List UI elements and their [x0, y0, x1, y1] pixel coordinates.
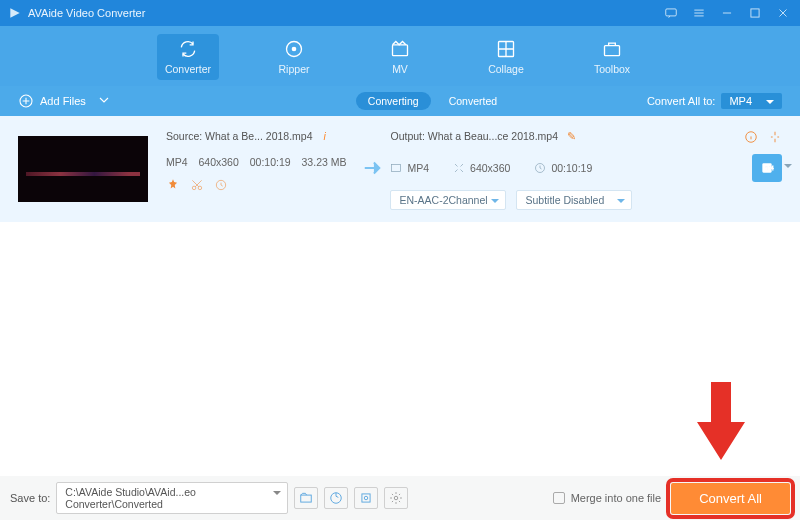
svg-rect-1	[751, 9, 759, 17]
source-column: Source: What a Be... 2018.mp4 i MP4 640x…	[166, 130, 354, 210]
nav-ripper-label: Ripper	[279, 63, 310, 75]
chevron-down-icon	[784, 164, 792, 172]
tab-converting[interactable]: Converting	[356, 92, 431, 110]
svg-rect-6	[605, 46, 620, 56]
status-tabs: Converting Converted	[356, 92, 501, 110]
subbar: Add Files Converting Converted Convert A…	[0, 86, 800, 116]
svg-point-20	[395, 496, 399, 500]
resolution-icon	[453, 162, 465, 174]
collage-icon	[496, 39, 516, 59]
converter-icon	[178, 39, 198, 59]
convert-all-to-label: Convert All to:	[647, 95, 715, 107]
save-path-select[interactable]: C:\AVAide Studio\AVAid...eo Converter\Co…	[56, 482, 288, 514]
enhance-icon[interactable]	[166, 178, 180, 192]
out-format: MP4	[407, 162, 429, 174]
history-button[interactable]	[324, 487, 348, 509]
rename-icon[interactable]: ✎	[567, 130, 576, 142]
feedback-icon[interactable]	[662, 4, 680, 22]
info-output-icon[interactable]	[744, 130, 758, 144]
mv-icon	[390, 39, 410, 59]
nav-mv[interactable]: MV	[369, 34, 431, 80]
file-row: Source: What a Be... 2018.mp4 i MP4 640x…	[18, 130, 782, 210]
tab-converted[interactable]: Converted	[445, 92, 501, 110]
menu-icon[interactable]	[690, 4, 708, 22]
nav-toolbox-label: Toolbox	[594, 63, 630, 75]
clock-icon	[534, 162, 546, 174]
svg-rect-18	[362, 494, 370, 502]
out-resolution: 640x360	[470, 162, 510, 174]
top-nav: Converter Ripper MV Collage Toolbox	[0, 26, 800, 86]
ripper-icon	[284, 39, 304, 59]
compress-icon[interactable]	[768, 130, 782, 144]
maximize-icon[interactable]	[746, 4, 764, 22]
svg-text:MP4: MP4	[764, 166, 774, 171]
nav-ripper[interactable]: Ripper	[263, 34, 325, 80]
convert-all-to[interactable]: Convert All to: MP4	[647, 93, 782, 109]
source-duration: 00:10:19	[250, 156, 291, 168]
output-label: Output:	[390, 130, 424, 142]
source-resolution: 640x360	[199, 156, 239, 168]
output-filename: What a Beau...ce 2018.mp4	[428, 130, 558, 142]
app-logo-icon	[8, 6, 22, 20]
hardware-accel-button[interactable]	[354, 487, 378, 509]
profile-icon: MP4	[760, 161, 774, 175]
svg-rect-4	[393, 45, 408, 56]
convert-all-button[interactable]: Convert All	[671, 483, 790, 514]
out-duration: 00:10:19	[551, 162, 592, 174]
output-format-select[interactable]: MP4	[721, 93, 782, 109]
nav-toolbox[interactable]: Toolbox	[581, 34, 643, 80]
trim-icon[interactable]	[190, 178, 204, 192]
info-icon[interactable]: i	[323, 130, 325, 142]
app-title: AVAide Video Converter	[28, 7, 652, 19]
nav-converter[interactable]: Converter	[157, 34, 219, 80]
svg-rect-0	[666, 9, 677, 16]
output-column: Output: What a Beau...ce 2018.mp4 ✎ MP4 …	[390, 130, 782, 210]
checkbox-icon	[553, 492, 565, 504]
svg-rect-12	[392, 165, 401, 172]
subtitle-select[interactable]: Subtitle Disabled	[516, 190, 632, 210]
chevron-down-icon	[96, 92, 118, 110]
format-icon	[390, 162, 402, 174]
bottom-bar: Save to: C:\AVAide Studio\AVAid...eo Con…	[0, 476, 800, 520]
nav-collage-label: Collage	[488, 63, 524, 75]
file-list: Source: What a Be... 2018.mp4 i MP4 640x…	[0, 116, 800, 222]
svg-point-3	[292, 47, 295, 50]
svg-rect-16	[301, 495, 312, 502]
add-files-label: Add Files	[40, 95, 86, 107]
video-thumbnail[interactable]	[18, 136, 148, 202]
edit-icon[interactable]	[214, 178, 228, 192]
open-folder-button[interactable]	[294, 487, 318, 509]
svg-point-19	[365, 496, 369, 500]
save-to-label: Save to:	[10, 492, 50, 504]
merge-checkbox[interactable]: Merge into one file	[553, 492, 662, 504]
nav-collage[interactable]: Collage	[475, 34, 537, 80]
titlebar: AVAide Video Converter	[0, 0, 800, 26]
profile-settings-button[interactable]: MP4	[752, 154, 782, 182]
audio-track-select[interactable]: EN-AAC-2Channel	[390, 190, 506, 210]
add-files-button[interactable]: Add Files	[18, 92, 118, 110]
toolbox-icon	[602, 39, 622, 59]
source-filename: What a Be... 2018.mp4	[205, 130, 312, 142]
arrow-right-icon	[362, 157, 386, 183]
nav-converter-label: Converter	[165, 63, 211, 75]
source-format: MP4	[166, 156, 188, 168]
source-size: 33.23 MB	[302, 156, 347, 168]
plus-circle-icon	[18, 93, 34, 109]
red-arrow-annotation	[696, 382, 746, 464]
source-label: Source:	[166, 130, 202, 142]
minimize-icon[interactable]	[718, 4, 736, 22]
settings-button[interactable]	[384, 487, 408, 509]
nav-mv-label: MV	[392, 63, 408, 75]
merge-label: Merge into one file	[571, 492, 662, 504]
close-icon[interactable]	[774, 4, 792, 22]
